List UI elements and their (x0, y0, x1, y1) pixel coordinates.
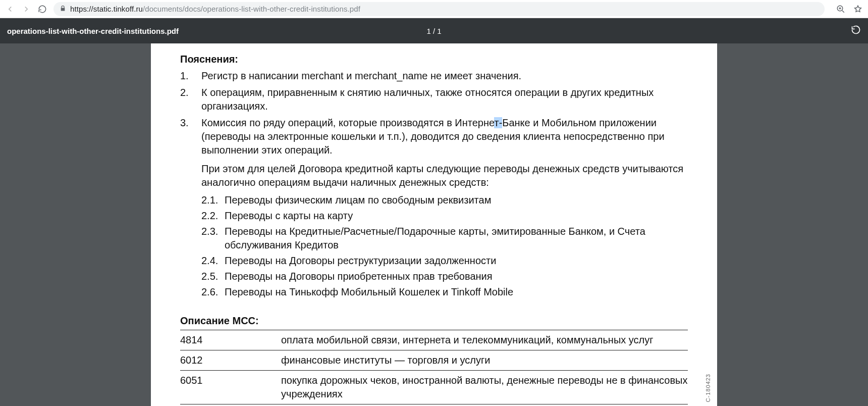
table-row: 4814оплата мобильной связи, интернета и … (180, 330, 688, 350)
list-item: 2.3.Переводы на Кредитные/Расчетные/Пода… (201, 225, 688, 252)
bookmark-star-icon[interactable] (853, 4, 863, 14)
sublist: 2.1.Переводы физическим лицам по свободн… (201, 193, 688, 299)
forward-button[interactable] (21, 4, 31, 14)
browser-toolbar: https://static.tinkoff.ru/documents/docs… (0, 0, 868, 18)
list-item: 1. Регистр в написании merchant и mercha… (180, 69, 688, 83)
pdf-filename: operations-list-with-other-credit-instit… (7, 27, 179, 35)
list-item: 2.2.Переводы с карты на карту (201, 209, 688, 223)
list-item: 2.6.Переводы на Тинькофф Мобильный Кошел… (201, 285, 688, 299)
pdf-viewer[interactable]: Пояснения: 1. Регистр в написании mercha… (0, 43, 868, 406)
rotate-button[interactable] (851, 25, 861, 37)
list-item: 2.1.Переводы физическим лицам по свободн… (201, 193, 688, 207)
item-3-text: Комиссия по ряду операций, которые произ… (201, 116, 688, 301)
pdf-page: Пояснения: 1. Регистр в написании mercha… (151, 43, 717, 406)
list-item: 3. Комиссия по ряду операций, которые пр… (180, 116, 688, 301)
section-title-mcc: Описание МСС: (180, 314, 688, 328)
table-row: 6012финансовые институты — торговля и ус… (180, 350, 688, 371)
zoom-icon[interactable] (836, 4, 846, 14)
explanations-list: 1. Регистр в написании merchant и mercha… (180, 69, 688, 301)
pdf-page-indicator: 1 / 1 (426, 27, 441, 35)
text-selection: т- (494, 117, 502, 128)
url-text: https://static.tinkoff.ru/documents/docs… (70, 5, 360, 13)
lock-icon (60, 5, 66, 13)
address-bar[interactable]: https://static.tinkoff.ru/documents/docs… (53, 2, 825, 16)
back-button[interactable] (5, 4, 15, 14)
paragraph: При этом для целей Договора кредитной ка… (201, 162, 688, 189)
reload-button[interactable] (37, 4, 47, 14)
list-item: 2. К операциям, приравненным к снятию на… (180, 86, 688, 113)
pdf-toolbar: operations-list-with-other-credit-instit… (0, 18, 868, 43)
document-code: C-180423 (705, 374, 711, 402)
mcc-table: 4814оплата мобильной связи, интернета и … (180, 330, 688, 406)
table-row: 6051покупка дорожных чеков, иностранной … (180, 371, 688, 404)
section-title-explanations: Пояснения: (180, 53, 688, 66)
table-row: 6211ценные бумаги – брокеры/дилеры (180, 404, 688, 407)
list-item: 2.4.Переводы на Договоры реструктуризаци… (201, 254, 688, 268)
list-item: 2.5.Переводы на Договоры приобретенных п… (201, 270, 688, 283)
